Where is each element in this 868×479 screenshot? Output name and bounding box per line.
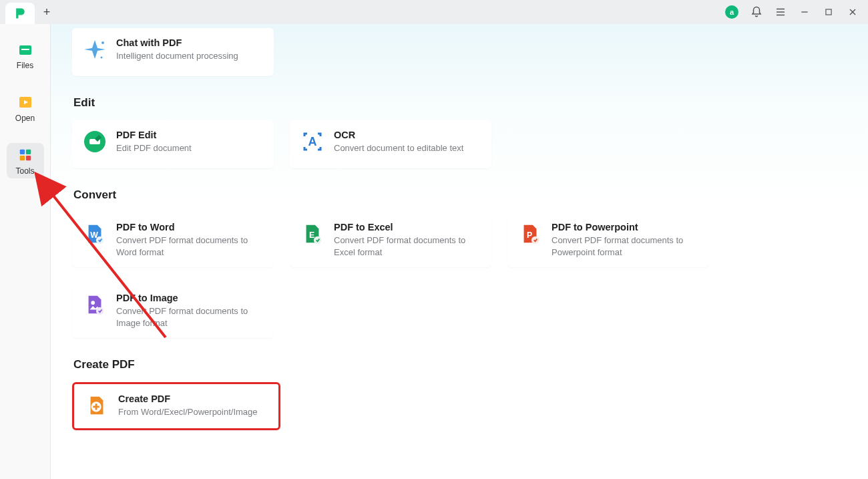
card-title: OCR <box>334 130 463 140</box>
svg-text:A: A <box>308 135 317 148</box>
card-title: PDF to Word <box>116 222 264 232</box>
app-logo-icon <box>13 7 27 20</box>
svg-point-22 <box>96 236 103 244</box>
app-tab[interactable] <box>5 3 35 24</box>
card-pdf-to-excel[interactable]: E PDF to Excel Convert PDF format docume… <box>290 212 491 267</box>
titlebar: + a <box>0 0 868 24</box>
svg-text:P: P <box>527 230 532 240</box>
user-avatar[interactable]: a <box>725 5 738 19</box>
pdf-edit-icon <box>83 130 107 154</box>
sidebar-item-label: Open <box>15 114 35 123</box>
card-body: OCR Convert document to editable text <box>334 130 463 154</box>
content: Chat with PDF Intelligent document proce… <box>51 24 868 479</box>
maximize-icon[interactable] <box>823 6 835 18</box>
card-body: PDF to Powerpoint Convert PDF format doc… <box>552 222 700 258</box>
sparkle-icon <box>83 37 107 61</box>
card-body: PDF Edit Edit PDF document <box>116 130 192 154</box>
card-create-pdf[interactable]: Create PDF From Word/Execl/Powerpoint/Im… <box>72 382 280 430</box>
card-desc: Edit PDF document <box>116 142 192 154</box>
svg-text:E: E <box>309 230 314 240</box>
svg-point-17 <box>101 57 103 59</box>
svg-point-28 <box>96 307 103 315</box>
card-ocr[interactable]: A OCR Convert document to editable text <box>290 120 491 168</box>
svg-rect-13 <box>19 156 24 160</box>
powerpoint-icon: P <box>518 222 542 246</box>
svg-rect-4 <box>826 9 831 15</box>
section-title-create: Create PDF <box>73 358 847 371</box>
titlebar-right: a <box>725 5 863 19</box>
sidebar-item-open[interactable]: Open <box>7 90 44 126</box>
card-body: PDF to Excel Convert PDF format document… <box>334 222 482 258</box>
sidebar-item-label: Files <box>17 61 33 70</box>
svg-rect-14 <box>25 156 30 160</box>
svg-rect-12 <box>25 150 30 154</box>
card-title: Chat with PDF <box>116 37 238 48</box>
card-body: PDF to Word Convert PDF format documents… <box>116 222 264 258</box>
card-pdf-to-powerpoint[interactable]: P PDF to Powerpoint Convert PDF format d… <box>507 212 709 267</box>
section-title-edit: Edit <box>73 96 847 110</box>
card-pdf-to-word[interactable]: W PDF to Word Convert PDF format documen… <box>72 212 274 267</box>
svg-point-27 <box>91 301 95 305</box>
sidebar-item-label: Tools <box>15 166 34 176</box>
sidebar-item-files[interactable]: Files <box>7 37 44 73</box>
card-body: Chat with PDF Intelligent document proce… <box>116 37 238 62</box>
card-desc: Convert PDF format documents to Word for… <box>116 234 264 258</box>
card-title: PDF to Image <box>116 293 264 303</box>
card-title: PDF Edit <box>116 130 192 140</box>
titlebar-left: + <box>5 0 59 24</box>
card-pdf-to-image[interactable]: PDF to Image Convert PDF format document… <box>72 283 274 338</box>
card-desc: Convert PDF format documents to Powerpoi… <box>552 234 700 258</box>
image-icon <box>83 293 107 317</box>
ocr-icon: A <box>300 130 324 154</box>
card-desc: Intelligent document processing <box>116 50 238 62</box>
svg-point-24 <box>314 236 321 244</box>
svg-rect-8 <box>21 49 29 50</box>
card-desc: Convert PDF format documents to Image fo… <box>116 305 264 329</box>
files-icon <box>17 41 33 57</box>
new-tab-button[interactable]: + <box>35 0 59 24</box>
menu-icon[interactable] <box>775 6 787 18</box>
plus-icon: + <box>43 5 51 19</box>
main: Files Open Tools Chat with PDF Intellig <box>0 24 868 479</box>
card-body: Create PDF From Word/Execl/Powerpoint/Im… <box>118 393 258 418</box>
minimize-icon[interactable] <box>799 6 811 18</box>
excel-icon: E <box>300 222 324 246</box>
card-title: PDF to Powerpoint <box>552 222 700 232</box>
sidebar-item-tools[interactable]: Tools <box>7 143 44 178</box>
card-desc: From Word/Execl/Powerpoint/Image <box>118 406 258 418</box>
card-title: PDF to Excel <box>334 222 482 232</box>
card-title: Create PDF <box>118 393 258 404</box>
word-icon: W <box>83 222 107 246</box>
card-desc: Convert PDF format documents to Excel fo… <box>334 234 482 258</box>
sidebar: Files Open Tools <box>0 24 51 479</box>
section-title-convert: Convert <box>73 188 847 202</box>
notifications-icon[interactable] <box>750 6 763 18</box>
close-icon[interactable] <box>847 6 859 18</box>
svg-point-26 <box>531 236 539 244</box>
svg-point-16 <box>101 41 104 44</box>
tools-icon <box>17 147 33 163</box>
card-desc: Convert document to editable text <box>334 142 463 154</box>
card-pdf-edit[interactable]: PDF Edit Edit PDF document <box>72 120 274 168</box>
card-body: PDF to Image Convert PDF format document… <box>116 293 264 329</box>
card-chat-with-pdf[interactable]: Chat with PDF Intelligent document proce… <box>72 28 274 76</box>
open-icon <box>17 94 33 110</box>
user-avatar-letter: a <box>730 8 734 16</box>
create-pdf-icon <box>85 393 109 418</box>
svg-rect-11 <box>19 150 24 154</box>
